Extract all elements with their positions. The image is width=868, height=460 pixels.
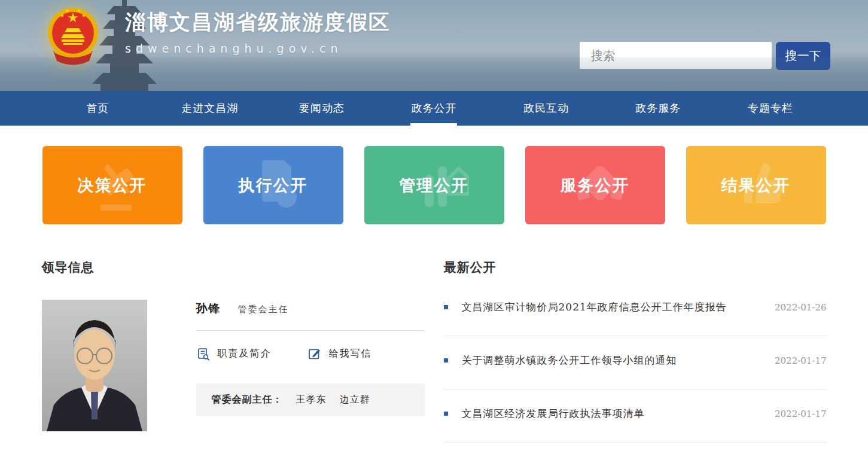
news-item[interactable]: 关于调整萌水镇政务公开工作领导小组的通知 2022-01-17 <box>444 336 827 389</box>
site-url: sdwenchanghu.gov.cn <box>125 42 391 55</box>
news-date: 2022-01-26 <box>775 302 826 313</box>
news-title: 文昌湖区审计物价局2021年政府信息公开工作年度报告 <box>462 300 763 314</box>
latest-disclosure-section: 最新公开 文昌湖区审计物价局2021年政府信息公开工作年度报告 2022-01-… <box>444 259 827 443</box>
card-decision-disclosure[interactable]: 决策公开 <box>42 146 182 224</box>
divider <box>196 330 425 331</box>
news-list: 文昌湖区审计物价局2021年政府信息公开工作年度报告 2022-01-26 关于… <box>444 283 827 443</box>
card-service-disclosure[interactable]: 服务公开 <box>525 146 665 224</box>
news-title: 文昌湖区经济发展局行政执法事项清单 <box>462 407 763 421</box>
card-result-disclosure[interactable]: 结果公开 <box>686 146 826 224</box>
bullet-icon <box>444 412 448 416</box>
site-header: 淄博文昌湖省级旅游度假区 sdwenchanghu.gov.cn 搜一下 <box>0 0 868 91</box>
news-item[interactable]: 文昌湖区审计物价局2021年政府信息公开工作年度报告 2022-01-26 <box>444 283 827 336</box>
news-date: 2022-01-17 <box>775 409 826 419</box>
leader-title: 管委会主任 <box>238 304 289 315</box>
site-title: 淄博文昌湖省级旅游度假区 <box>125 11 391 34</box>
nav-item-interaction[interactable]: 政民互动 <box>490 91 602 126</box>
duties-profile-link[interactable]: 职责及简介 <box>196 347 272 361</box>
deputy-name[interactable]: 王孝东 <box>296 394 327 405</box>
card-execution-disclosure[interactable]: 执行公开 <box>203 146 343 224</box>
nav-item-news[interactable]: 要闻动态 <box>266 91 377 126</box>
document-search-icon <box>196 347 210 361</box>
nav-item-about[interactable]: 走进文昌湖 <box>154 91 266 126</box>
site-branding: 淄博文昌湖省级旅游度假区 sdwenchanghu.gov.cn <box>125 11 391 55</box>
nav-item-services[interactable]: 政务服务 <box>602 91 714 126</box>
nav-item-gov-disclosure[interactable]: 政务公开 <box>378 91 490 126</box>
leader-photo[interactable] <box>42 300 147 431</box>
write-letter-icon <box>307 347 321 361</box>
deputy-label: 管委会副主任： <box>212 394 283 405</box>
news-date: 2022-01-17 <box>775 355 826 366</box>
nav-item-special-topics[interactable]: 专题专栏 <box>714 91 826 126</box>
search-button[interactable]: 搜一下 <box>776 42 830 70</box>
active-tab-underline <box>410 123 457 126</box>
bullet-icon <box>444 305 448 309</box>
disclosure-cards: 决策公开 执行公开 管理公开 服务公开 结果公开 <box>42 146 826 224</box>
leader-info-section: 领导信息 <box>42 259 425 443</box>
nav-item-home[interactable]: 首页 <box>42 91 154 126</box>
write-letter-link[interactable]: 给我写信 <box>307 347 372 361</box>
leader-section-heading: 领导信息 <box>42 259 425 276</box>
news-item[interactable]: 文昌湖区经济发展局行政执法事项清单 2022-01-17 <box>444 389 827 443</box>
news-title: 关于调整萌水镇政务公开工作领导小组的通知 <box>462 354 763 367</box>
search-input[interactable] <box>580 42 772 69</box>
news-section-heading: 最新公开 <box>444 259 827 276</box>
deputy-name[interactable]: 边立群 <box>340 394 370 405</box>
card-management-disclosure[interactable]: 管理公开 <box>364 146 504 224</box>
bullet-icon <box>444 358 448 362</box>
national-emblem-logo <box>45 3 101 69</box>
main-nav: 首页 走进文昌湖 要闻动态 政务公开 政民互动 政务服务 专题专栏 <box>0 91 868 126</box>
leader-name: 孙锋 <box>196 301 221 316</box>
search-bar: 搜一下 <box>580 42 830 70</box>
deputy-directors-box: 管委会副主任： 王孝东 边立群 <box>196 383 425 416</box>
